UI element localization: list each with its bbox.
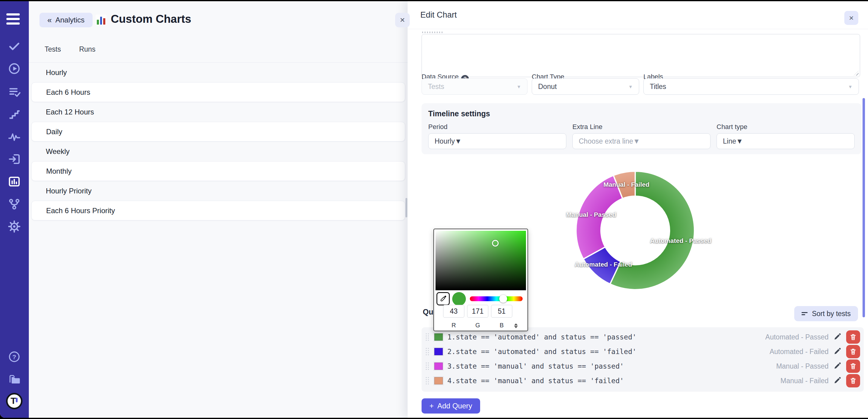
timeline-settings-title: Timeline settings [428, 109, 855, 118]
activity-pulse-icon[interactable] [7, 130, 21, 144]
edit-query-button[interactable] [832, 376, 842, 386]
query-row: 4.state == 'manual' and status == 'faile… [425, 373, 860, 388]
blue-input[interactable] [491, 305, 512, 318]
delete-query-button[interactable] [846, 374, 860, 387]
donut-slice[interactable] [576, 176, 622, 259]
timeline-chart-type-label: Chart type [717, 123, 747, 130]
app-logo[interactable]: T [6, 393, 23, 409]
query-title: Automated - Passed [766, 333, 829, 341]
hue-handle[interactable] [499, 295, 507, 303]
eyedropper-icon [439, 295, 447, 303]
list-item[interactable]: Hourly [29, 63, 408, 82]
period-label: Period [428, 123, 448, 130]
list-item[interactable]: Each 6 Hours Priority [31, 201, 405, 220]
play-circle-icon[interactable] [7, 62, 21, 76]
drag-handle-icon[interactable] [425, 333, 430, 341]
chart-description-textarea[interactable] [422, 34, 860, 77]
blue-label: B [491, 322, 512, 329]
drag-handle-icon[interactable] [425, 377, 430, 385]
chevron-down-icon: ▼ [455, 137, 462, 145]
query-color-swatch[interactable] [433, 376, 444, 385]
list-item[interactable]: Daily [31, 122, 405, 142]
edit-chart-drawer: Edit Chart × Data Source? Chart Type Lab… [408, 1, 868, 418]
delete-query-button[interactable] [846, 345, 860, 358]
trash-icon [849, 377, 857, 385]
extra-line-select[interactable]: Choose extra line▼ [572, 133, 711, 149]
red-input[interactable] [443, 305, 464, 318]
drawer-close-button[interactable]: × [844, 11, 858, 25]
chevron-down-icon: ▼ [848, 84, 852, 89]
git-fork-icon[interactable] [7, 197, 21, 211]
trash-icon [849, 362, 857, 370]
pencil-icon [833, 362, 842, 370]
back-label: Analytics [55, 16, 84, 24]
tab-tests[interactable]: Tests [44, 45, 61, 54]
bar-chart-icon-active[interactable] [7, 175, 21, 188]
query-color-swatch[interactable] [433, 347, 444, 356]
query-title: Manual - Passed [776, 362, 829, 370]
color-mode-toggle-icon[interactable] [514, 323, 518, 329]
query-color-swatch[interactable] [433, 362, 444, 371]
period-select[interactable]: Hourly▼ [428, 133, 566, 149]
tab-runs[interactable]: Runs [79, 45, 96, 54]
list-item[interactable]: Monthly [31, 161, 405, 181]
eyedropper-button[interactable] [436, 292, 450, 305]
login-icon[interactable] [7, 152, 21, 166]
sort-by-tests-button[interactable]: Sort by tests [794, 306, 858, 321]
saturation-area[interactable] [436, 231, 526, 290]
delete-query-button[interactable] [846, 359, 860, 373]
custom-charts-panel: « Analytics Custom Charts × Tests Runs H… [29, 1, 408, 418]
pencil-icon [833, 347, 842, 356]
bar-chart-emoji-icon [96, 14, 106, 26]
gear-icon[interactable] [7, 219, 21, 234]
left-panel-scrollbar[interactable] [405, 198, 407, 217]
extra-line-label: Extra Line [572, 123, 602, 130]
trash-icon [849, 333, 857, 341]
chart-type-select[interactable]: Donut▼ [532, 78, 639, 95]
trash-icon [849, 348, 857, 356]
drawer-scrollbar[interactable] [863, 98, 865, 317]
color-picker-popover: R G B [433, 229, 528, 331]
list-check-icon[interactable] [7, 85, 21, 99]
green-label: G [467, 322, 488, 329]
panel-close-button[interactable]: × [395, 13, 410, 27]
help-icon[interactable]: ? [7, 350, 21, 364]
folders-icon[interactable] [7, 372, 21, 386]
labels-select[interactable]: Titles▼ [643, 78, 859, 95]
timeline-chart-type-select[interactable]: Line▼ [717, 133, 855, 149]
edit-query-button[interactable] [832, 347, 842, 357]
analytics-back-button[interactable]: « Analytics [39, 13, 93, 27]
app-window: ? T « Analytics Custom Charts × Tests Ru… [0, 1, 868, 418]
steps-icon[interactable] [7, 107, 21, 121]
queries-panel: 1.state == 'automated' and status == 'pa… [422, 327, 864, 392]
green-input[interactable] [467, 305, 488, 318]
chevron-down-icon: ▼ [628, 84, 633, 89]
clipped-field-label [422, 32, 443, 33]
chevron-down-icon: ▼ [517, 84, 521, 89]
chart-list: Hourly Each 6 Hours Each 12 Hours Daily … [29, 62, 408, 220]
saturation-handle[interactable] [492, 240, 499, 246]
list-item[interactable]: Each 6 Hours [31, 82, 405, 102]
svg-text:?: ? [12, 353, 17, 360]
hue-slider[interactable] [470, 296, 523, 301]
drag-handle-icon[interactable] [425, 362, 430, 370]
menu-icon[interactable] [6, 13, 20, 27]
page-title: Custom Charts [111, 13, 191, 26]
drag-handle-icon[interactable] [425, 347, 430, 356]
donut-chart[interactable]: Automated - PassedAutomated - FailedManu… [550, 160, 720, 300]
query-color-swatch[interactable] [433, 332, 444, 341]
list-item[interactable]: Hourly Priority [29, 181, 408, 201]
delete-query-button[interactable] [846, 330, 860, 344]
data-source-select[interactable]: Tests▼ [422, 78, 527, 95]
edit-query-button[interactable] [832, 332, 842, 342]
back-chevron-icon: « [48, 16, 52, 25]
query-text: 4.state == 'manual' and status == 'faile… [447, 377, 624, 385]
chevron-down-icon: ▼ [633, 137, 640, 145]
query-text: 1.state == 'automated' and status == 'pa… [447, 333, 637, 341]
check-icon[interactable] [7, 39, 21, 53]
query-text: 2.state == 'automated' and status == 'fa… [447, 348, 637, 356]
list-item[interactable]: Each 12 Hours [29, 102, 408, 122]
edit-query-button[interactable] [832, 361, 842, 371]
add-query-button[interactable]: + Add Query [422, 398, 480, 414]
list-item[interactable]: Weekly [29, 142, 408, 161]
